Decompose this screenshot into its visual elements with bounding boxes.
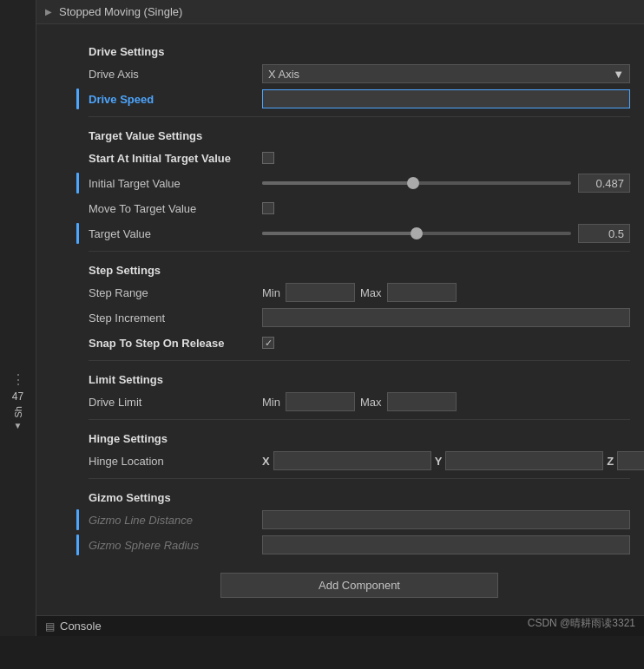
drive-limit-row: Drive Limit Min -75 Max 75 [89, 391, 630, 412]
limit-settings-header: Limit Settings [89, 373, 630, 386]
start-at-initial-checkbox[interactable] [262, 152, 274, 164]
initial-target-slider-track[interactable] [262, 181, 571, 185]
step-range-min-label: Min [262, 286, 280, 299]
hinge-x-input[interactable]: 0 [273, 451, 431, 470]
hinge-location-row: Hinge Location X 0 Y 0 Z 0 [89, 450, 630, 471]
drive-speed-row: Drive Speed 100 [89, 89, 630, 109]
step-increment-row: Step Increment 1 [89, 307, 630, 328]
step-range-row: Step Range Min 0 Max 1 [89, 282, 630, 303]
drive-axis-value: X Axis [268, 68, 299, 81]
initial-target-slider-fill [262, 181, 413, 185]
hinge-y-input[interactable]: 0 [445, 451, 603, 470]
step-range-max-input[interactable]: 1 [387, 283, 457, 302]
start-at-initial-label: Start At Initial Target Value [89, 152, 262, 165]
initial-target-value-label: Initial Target Value [89, 177, 262, 190]
drive-limit-label: Drive Limit [89, 396, 262, 409]
hinge-location-label: Hinge Location [89, 455, 262, 468]
gizmo-settings-header: Gizmo Settings [89, 491, 630, 504]
drive-limit-min-label: Min [262, 396, 280, 409]
drive-limit-min-input[interactable]: -75 [286, 392, 355, 411]
snap-to-step-row: Snap To Step On Release [89, 332, 630, 353]
initial-target-accent [76, 173, 79, 193]
target-value-row: Target Value 0.5 [89, 223, 630, 244]
gizmo-line-distance-input[interactable]: 1.98 [262, 510, 630, 529]
step-range-inputs: Min 0 Max 1 [262, 283, 630, 302]
target-value-settings-section: Target Value Settings Start At Initial T… [89, 129, 630, 244]
side-text: Sh [13, 406, 23, 417]
target-value-settings-header: Target Value Settings [89, 129, 630, 142]
step-settings-header: Step Settings [89, 264, 630, 277]
target-value-slider-container: 0.5 [262, 224, 630, 243]
separator-2 [89, 251, 630, 252]
console-icon: ▤ [45, 620, 55, 633]
step-range-label: Step Range [89, 286, 262, 299]
drive-axis-label: Drive Axis [89, 68, 262, 81]
target-value-slider-thumb[interactable] [411, 227, 423, 239]
main-content: Drive Settings Drive Axis X Axis ▼ Drive… [36, 24, 644, 615]
step-range-min-input[interactable]: 0 [286, 283, 355, 302]
initial-target-value-row: Initial Target Value 0.487 [89, 173, 630, 193]
separator-1 [89, 116, 630, 117]
move-to-target-checkbox[interactable] [262, 202, 274, 214]
drive-speed-accent [76, 89, 79, 109]
gizmo-sphere-radius-label: Gizmo Sphere Radius [89, 539, 262, 552]
bottom-bar: ▤ Console CSDN @晴耕雨读3321 [36, 615, 644, 636]
target-value-slider-track[interactable] [262, 232, 571, 235]
hinge-settings-section: Hinge Settings Hinge Location X 0 Y 0 Z … [89, 432, 630, 471]
hinge-location-inputs: X 0 Y 0 Z 0 [262, 451, 644, 470]
drive-limit-inputs: Min -75 Max 75 [262, 392, 630, 411]
side-dots[interactable]: ⋮ [11, 373, 25, 387]
drive-limit-max-label: Max [360, 396, 382, 409]
gizmo-line-accent [76, 509, 79, 530]
side-panel: ⋮ 47 Sh ▼ [0, 0, 36, 636]
side-number: 47 [12, 390, 23, 403]
drive-speed-input[interactable]: 100 [262, 89, 630, 108]
top-bar-title: Stopped Moving (Single) [59, 5, 182, 18]
separator-3 [89, 360, 630, 361]
hinge-settings-header: Hinge Settings [89, 432, 630, 445]
hinge-z-input[interactable]: 0 [617, 451, 644, 470]
step-increment-input[interactable]: 1 [262, 308, 630, 327]
y-label: Y [435, 455, 443, 468]
move-to-target-row: Move To Target Value [89, 198, 630, 219]
gizmo-line-distance-label: Gizmo Line Distance [89, 514, 262, 527]
separator-4 [89, 419, 630, 420]
snap-to-step-label: Snap To Step On Release [89, 337, 262, 350]
page-wrapper: ⋮ 47 Sh ▼ ▶ Stopped Moving (Single) Driv… [0, 0, 644, 636]
gizmo-settings-section: Gizmo Settings Gizmo Line Distance 1.98 … [89, 491, 630, 555]
initial-target-value-display: 0.487 [578, 174, 630, 193]
drive-axis-select[interactable]: X Axis ▼ [262, 64, 630, 83]
gizmo-line-distance-row: Gizmo Line Distance 1.98 [89, 509, 630, 530]
target-value-label: Target Value [89, 227, 262, 240]
separator-5 [89, 478, 630, 479]
drive-speed-label: Drive Speed [89, 93, 262, 106]
x-label: X [262, 455, 270, 468]
side-arrow[interactable]: ▼ [14, 421, 23, 430]
limit-settings-section: Limit Settings Drive Limit Min -75 Max 7… [89, 373, 630, 412]
snap-to-step-checkbox[interactable] [262, 337, 274, 349]
add-component-button[interactable]: Add Component [220, 573, 498, 598]
chevron-down-icon: ▼ [613, 68, 624, 81]
drive-limit-max-input[interactable]: 75 [387, 392, 457, 411]
step-settings-section: Step Settings Step Range Min 0 Max 1 Ste… [89, 264, 630, 353]
drive-settings-header: Drive Settings [89, 45, 630, 58]
target-value-display: 0.5 [578, 224, 630, 243]
target-value-slider-fill [262, 232, 417, 235]
content-area: ▶ Stopped Moving (Single) Drive Settings… [36, 0, 644, 636]
gizmo-sphere-radius-row: Gizmo Sphere Radius 0.2 [89, 535, 630, 555]
drive-settings-section: Drive Settings Drive Axis X Axis ▼ Drive… [89, 45, 630, 109]
initial-target-slider-thumb[interactable] [407, 177, 419, 189]
expand-arrow-icon[interactable]: ▶ [45, 7, 52, 16]
gizmo-sphere-accent [76, 535, 79, 555]
z-label: Z [607, 455, 614, 468]
gizmo-sphere-radius-input[interactable]: 0.2 [262, 535, 630, 554]
step-range-max-label: Max [360, 286, 382, 299]
step-increment-label: Step Increment [89, 312, 262, 325]
move-to-target-label: Move To Target Value [89, 202, 262, 215]
drive-axis-row: Drive Axis X Axis ▼ [89, 63, 630, 84]
target-value-accent [76, 223, 79, 244]
watermark: CSDN @晴耕雨读3321 [528, 616, 635, 631]
console-label[interactable]: Console [60, 620, 102, 633]
start-at-initial-row: Start At Initial Target Value [89, 148, 630, 168]
top-bar: ▶ Stopped Moving (Single) [36, 0, 644, 24]
